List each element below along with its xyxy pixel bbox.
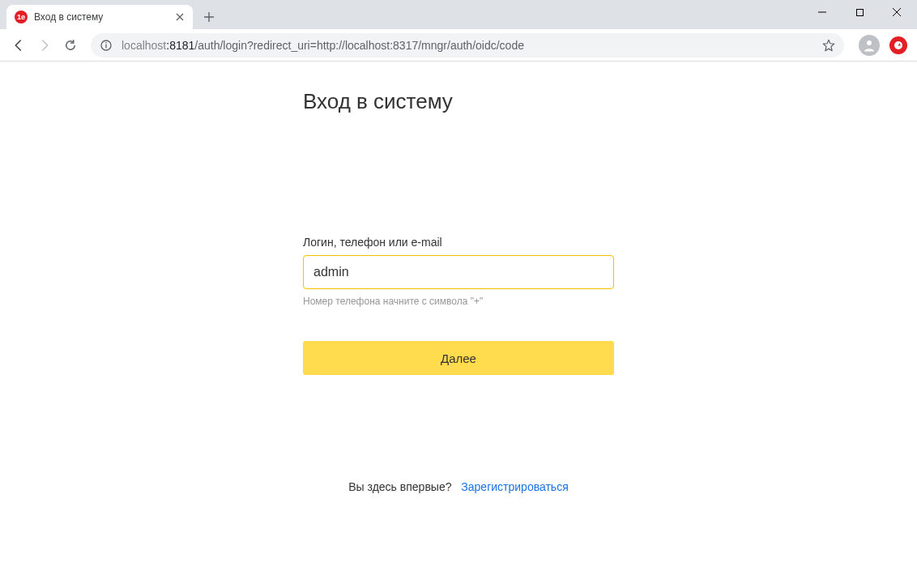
- url-port: :8181: [166, 39, 194, 52]
- site-info-icon[interactable]: [99, 38, 113, 53]
- first-time-text: Вы здесь впервые?: [348, 480, 451, 493]
- browser-toolbar: localhost:8181/auth/login?redirect_uri=h…: [0, 29, 917, 62]
- login-hint: Номер телефона начните с символа "+": [303, 296, 614, 307]
- window-controls: [804, 0, 917, 24]
- favicon-1c-icon: 1e: [15, 11, 28, 23]
- profile-avatar-icon[interactable]: [859, 35, 880, 56]
- svg-point-4: [867, 40, 872, 45]
- window-titlebar: 1e Вход в систему: [0, 0, 917, 29]
- browser-tab[interactable]: 1e Вход в систему: [6, 5, 193, 29]
- tab-strip: 1e Вход в систему: [0, 0, 804, 29]
- login-field-label: Логин, телефон или e-mail: [303, 236, 614, 249]
- svg-rect-0: [856, 9, 863, 15]
- svg-rect-3: [105, 42, 106, 43]
- minimize-button[interactable]: [804, 0, 841, 24]
- page-content: Вход в систему Логин, телефон или e-mail…: [0, 62, 917, 588]
- bookmark-star-icon[interactable]: [821, 38, 836, 53]
- close-window-button[interactable]: [878, 0, 915, 24]
- url-text: localhost:8181/auth/login?redirect_uri=h…: [122, 39, 813, 52]
- address-bar[interactable]: localhost:8181/auth/login?redirect_uri=h…: [91, 33, 844, 58]
- login-input[interactable]: [303, 255, 614, 289]
- url-host: localhost: [122, 39, 166, 52]
- login-form: Вход в систему Логин, телефон или e-mail…: [303, 62, 614, 588]
- register-row: Вы здесь впервые? Зарегистрироваться: [303, 480, 614, 493]
- register-link[interactable]: Зарегистрироваться: [461, 480, 568, 493]
- page-title: Вход в систему: [303, 89, 614, 114]
- close-tab-button[interactable]: [173, 11, 186, 23]
- new-tab-button[interactable]: [198, 6, 220, 28]
- forward-button[interactable]: [32, 33, 57, 58]
- maximize-button[interactable]: [841, 0, 878, 24]
- reload-button[interactable]: [58, 33, 83, 58]
- tab-title: Вход в систему: [34, 11, 173, 23]
- svg-rect-2: [105, 44, 106, 48]
- next-button[interactable]: Далее: [303, 341, 614, 375]
- back-button[interactable]: [6, 33, 31, 58]
- extension-1c-icon[interactable]: [889, 36, 907, 54]
- url-path: /auth/login?redirect_uri=http://localhos…: [194, 39, 524, 52]
